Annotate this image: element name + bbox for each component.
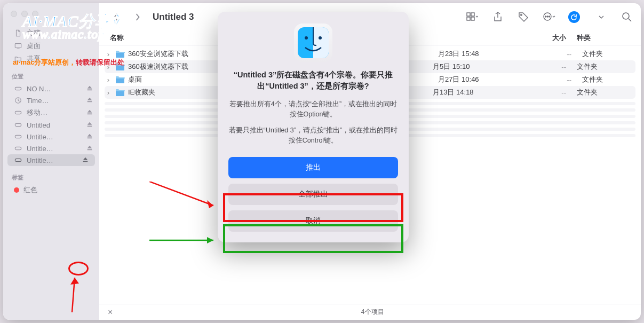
search-button[interactable] (621, 9, 633, 25)
drive-icon (14, 84, 22, 93)
eject-icon[interactable] (86, 85, 94, 92)
sidebar-item-volume[interactable]: Time… (3, 94, 99, 106)
folder-icon (115, 76, 125, 83)
drive-icon (14, 108, 22, 117)
chevron-right-icon[interactable]: › (105, 63, 112, 71)
column-size[interactable]: 大小 (523, 33, 577, 43)
sidebar-header-tags: 标签 (3, 166, 99, 184)
svg-rect-0 (15, 44, 21, 48)
column-date[interactable] (433, 33, 523, 43)
sidebar-item-label: 桌面 (27, 41, 94, 51)
file-date: 月5日 15:10 (433, 62, 523, 72)
sidebar-item-volume[interactable]: Untitle… (3, 143, 99, 154)
close-dot[interactable] (11, 11, 17, 17)
item-count: 4个项目 (113, 308, 632, 317)
eject-dialog: “Untitled 3”所在磁盘含有4个宗卷。你要只推出“Untitled 3”… (218, 12, 409, 242)
dialog-title: “Untitled 3”所在磁盘含有4个宗卷。你要只推出“Untitled 3”… (228, 69, 398, 92)
sidebar-item-label: 共享 (27, 54, 94, 64)
sidebar-item-volume-selected[interactable]: Untitle… (7, 154, 95, 166)
cancel-button[interactable]: 取消 (228, 210, 398, 232)
tag-dot-icon (14, 187, 19, 193)
chevron-right-icon[interactable]: › (105, 89, 112, 97)
file-name: 360安全浏览器下载 (128, 49, 188, 59)
svg-point-18 (305, 36, 308, 40)
sidebar-item-label: 移动… (27, 108, 82, 117)
traffic-lights (3, 9, 99, 27)
svg-rect-4 (15, 123, 21, 126)
svg-point-16 (548, 16, 550, 17)
sync-button[interactable] (568, 11, 580, 23)
sidebar-item-volume[interactable]: Untitled (3, 119, 99, 131)
drive-icon (14, 132, 22, 141)
tags-button[interactable] (517, 9, 530, 25)
file-date: 月27日 10:46 (438, 75, 529, 84)
svg-rect-5 (15, 135, 21, 138)
svg-rect-1 (15, 87, 21, 90)
svg-point-14 (547, 16, 548, 17)
column-kind[interactable]: 种类 (577, 33, 630, 43)
view-options-button[interactable] (466, 9, 479, 25)
desktop-icon (14, 42, 22, 50)
file-date: 月13日 14:18 (433, 88, 523, 97)
sidebar-item-tag-red[interactable]: 红色 (3, 184, 99, 196)
file-date: 月23日 15:48 (438, 49, 529, 59)
path-close-icon[interactable]: × (108, 308, 113, 317)
sidebar-item-desktop[interactable]: 桌面 (3, 40, 99, 52)
drive-icon (14, 144, 22, 153)
action-button[interactable] (543, 9, 555, 25)
doc-icon (14, 29, 22, 37)
sidebar-item-volume[interactable]: 移动… (3, 106, 99, 119)
eject-icon[interactable] (86, 97, 94, 104)
file-name: 360极速浏览器下载 (128, 62, 188, 72)
eject-button[interactable]: 推出 (228, 157, 398, 178)
dialog-body-2: 若要只推出“Untitled 3”，请点按“推出”，或在推出的同时按住Contr… (228, 125, 398, 146)
sidebar-item-label: Untitle… (27, 156, 78, 164)
sidebar-item-label: 红色 (23, 185, 94, 195)
file-size: -- (529, 50, 582, 58)
sidebar-item-volume[interactable]: Untitle… (3, 131, 99, 143)
sidebar-item-label: 文稿 (27, 28, 94, 38)
file-kind: 文件夹 (577, 62, 630, 72)
eject-icon[interactable] (86, 133, 94, 140)
minimize-dot[interactable] (21, 11, 28, 17)
status-bar: × 4个项目 (99, 304, 641, 320)
share-button[interactable] (491, 9, 504, 25)
eject-all-button[interactable]: 全部推出 (228, 184, 398, 205)
sidebar-header-locations: 位置 (3, 65, 99, 83)
sidebar-item-label: Untitled (27, 121, 82, 129)
folder-icon (115, 89, 125, 96)
sidebar-item-label: Untitle… (27, 145, 82, 153)
svg-rect-8 (467, 13, 470, 16)
svg-rect-10 (467, 17, 470, 20)
folder-icon (115, 50, 125, 58)
sidebar-item-volume[interactable]: NO N… (3, 83, 99, 94)
file-name: 桌面 (128, 75, 142, 84)
file-name: IE收藏夹 (128, 88, 155, 97)
back-button[interactable] (107, 9, 125, 25)
svg-point-19 (319, 36, 322, 40)
file-size: -- (523, 89, 577, 97)
svg-rect-7 (15, 159, 21, 161)
eject-icon[interactable] (86, 109, 94, 116)
eject-icon[interactable] (82, 156, 90, 164)
sidebar-item-label: Time… (27, 97, 82, 105)
dialog-body-1: 若要推出所有4个，请点按“全部推出”，或在推出的同时按住Option键。 (228, 99, 398, 120)
drive-icon (14, 156, 22, 164)
chevron-right-icon[interactable]: › (105, 76, 112, 84)
svg-rect-9 (471, 13, 474, 16)
eject-icon[interactable] (86, 121, 94, 129)
file-size: -- (523, 63, 577, 71)
file-kind: 文件夹 (577, 88, 630, 97)
zoom-dot[interactable] (32, 11, 38, 17)
forward-button[interactable] (128, 9, 146, 25)
file-kind: 文件夹 (582, 75, 635, 84)
eject-icon[interactable] (86, 145, 94, 152)
sidebar-item-shared[interactable]: 共享 (3, 52, 99, 65)
finder-app-icon (294, 23, 332, 62)
timemachine-icon (14, 96, 22, 105)
svg-rect-6 (15, 147, 21, 149)
sidebar-item-documents[interactable]: 文稿 (3, 27, 99, 40)
sync-chevron-icon[interactable] (595, 9, 608, 25)
chevron-right-icon[interactable]: › (105, 50, 112, 58)
sidebar-item-label: NO N… (27, 85, 82, 93)
